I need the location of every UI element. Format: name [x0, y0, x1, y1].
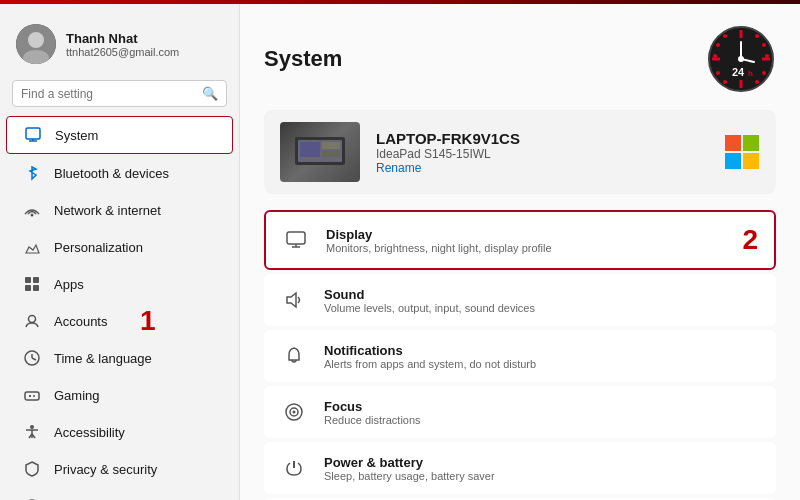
sidebar-item-personalization[interactable]: Personalization: [6, 229, 233, 265]
power-settings-icon: [280, 454, 308, 482]
main-content: System: [240, 4, 800, 500]
svg-rect-8: [33, 277, 39, 283]
device-card: LAPTOP-FRK9V1CS IdeaPad S145-15IWL Renam…: [264, 110, 776, 194]
sidebar-item-update[interactable]: Windows Update: [6, 488, 233, 500]
device-model: IdeaPad S145-15IWL: [376, 147, 520, 161]
svg-marker-58: [287, 293, 296, 307]
svg-point-33: [765, 54, 769, 58]
settings-item-sound[interactable]: Sound Volume levels, output, input, soun…: [264, 274, 776, 326]
settings-item-focus[interactable]: Focus Reduce distractions: [264, 386, 776, 438]
sidebar-item-apps[interactable]: Apps: [6, 266, 233, 302]
sidebar-item-label: Apps: [54, 277, 84, 292]
svg-point-11: [29, 316, 36, 323]
personalization-icon: [22, 237, 42, 257]
settings-item-title-sound: Sound: [324, 287, 760, 302]
settings-item-desc-focus: Reduce distractions: [324, 414, 760, 426]
svg-text:h: h: [748, 69, 753, 78]
svg-point-34: [723, 34, 727, 38]
sidebar-item-label: Time & language: [54, 351, 152, 366]
sidebar-item-time[interactable]: Time & language: [6, 340, 233, 376]
search-input[interactable]: [21, 87, 196, 101]
svg-line-14: [32, 358, 36, 360]
settings-item-desc-sound: Volume levels, output, input, sound devi…: [324, 302, 760, 314]
sound-settings-icon: [280, 286, 308, 314]
svg-point-32: [762, 43, 766, 47]
time-icon: [22, 348, 42, 368]
main-container: Thanh Nhat ttnhat2605@gmail.com 🔍 System…: [0, 4, 800, 500]
user-info: Thanh Nhat ttnhat2605@gmail.com: [66, 31, 179, 58]
sidebar-item-label: Privacy & security: [54, 462, 157, 477]
svg-point-31: [755, 34, 759, 38]
sidebar-item-label: Personalization: [54, 240, 143, 255]
settings-item-title-focus: Focus: [324, 399, 760, 414]
settings-item-title-display: Display: [326, 227, 718, 242]
settings-item-title-power: Power & battery: [324, 455, 760, 470]
device-thumbnail-inner: [280, 122, 360, 182]
device-thumbnail: [280, 122, 360, 182]
user-profile[interactable]: Thanh Nhat ttnhat2605@gmail.com: [0, 16, 239, 80]
clock-widget: 24 h: [706, 24, 776, 94]
gaming-icon: [22, 385, 42, 405]
focus-settings-icon: [280, 398, 308, 426]
sidebar-item-privacy[interactable]: Privacy & security: [6, 451, 233, 487]
device-info: LAPTOP-FRK9V1CS IdeaPad S145-15IWL Renam…: [376, 130, 520, 175]
search-box[interactable]: 🔍: [12, 80, 227, 107]
svg-point-37: [755, 80, 759, 84]
settings-item-display[interactable]: Display Monitors, brightness, night ligh…: [264, 210, 776, 270]
user-email: ttnhat2605@gmail.com: [66, 46, 179, 58]
settings-item-text-notifications: Notifications Alerts from apps and syste…: [324, 343, 760, 370]
sidebar-item-label: Network & internet: [54, 203, 161, 218]
annotation-2: 2: [742, 224, 758, 256]
sidebar-item-gaming[interactable]: Gaming: [6, 377, 233, 413]
svg-point-36: [713, 54, 717, 58]
svg-rect-10: [33, 285, 39, 291]
notifications-settings-icon: [280, 342, 308, 370]
svg-point-39: [723, 80, 727, 84]
svg-rect-49: [322, 142, 340, 149]
svg-rect-51: [725, 135, 741, 151]
search-icon: 🔍: [202, 86, 218, 101]
user-name: Thanh Nhat: [66, 31, 179, 46]
svg-point-19: [30, 425, 34, 429]
svg-point-6: [31, 214, 34, 217]
accessibility-icon: [22, 422, 42, 442]
svg-rect-48: [300, 142, 320, 157]
page-title: System: [264, 46, 342, 72]
sidebar-item-label: Bluetooth & devices: [54, 166, 169, 181]
svg-rect-7: [25, 277, 31, 283]
settings-item-notifications[interactable]: Notifications Alerts from apps and syste…: [264, 330, 776, 382]
settings-item-title-notifications: Notifications: [324, 343, 760, 358]
settings-item-desc-display: Monitors, brightness, night light, displ…: [326, 242, 718, 254]
sidebar-item-network[interactable]: Network & internet: [6, 192, 233, 228]
apps-icon: [22, 274, 42, 294]
device-name: LAPTOP-FRK9V1CS: [376, 130, 520, 147]
svg-rect-9: [25, 285, 31, 291]
sidebar-item-accessibility[interactable]: Accessibility: [6, 414, 233, 450]
svg-rect-50: [322, 151, 340, 157]
avatar: [16, 24, 56, 64]
accounts-icon: [22, 311, 42, 331]
settings-item-text-focus: Focus Reduce distractions: [324, 399, 760, 426]
svg-rect-55: [287, 232, 305, 244]
sidebar-item-system[interactable]: System: [6, 116, 233, 154]
svg-point-38: [762, 71, 766, 75]
annotation-1: 1: [140, 305, 239, 337]
svg-rect-53: [725, 153, 741, 169]
privacy-icon: [22, 459, 42, 479]
sidebar-item-bluetooth[interactable]: Bluetooth & devices: [6, 155, 233, 191]
svg-rect-15: [25, 392, 39, 400]
settings-item-power[interactable]: Power & battery Sleep, battery usage, ba…: [264, 442, 776, 494]
device-rename[interactable]: Rename: [376, 161, 520, 175]
svg-text:24: 24: [732, 66, 745, 78]
update-icon: [22, 496, 42, 500]
svg-rect-52: [743, 135, 759, 151]
bluetooth-icon: [22, 163, 42, 183]
svg-point-61: [293, 411, 296, 414]
sidebar: Thanh Nhat ttnhat2605@gmail.com 🔍 System…: [0, 4, 240, 500]
svg-point-18: [33, 395, 35, 397]
settings-item-desc-notifications: Alerts from apps and system, do not dist…: [324, 358, 760, 370]
settings-item-text-power: Power & battery Sleep, battery usage, ba…: [324, 455, 760, 482]
settings-item-desc-power: Sleep, battery usage, battery saver: [324, 470, 760, 482]
windows-logo: [724, 134, 760, 170]
settings-item-text-display: Display Monitors, brightness, night ligh…: [326, 227, 718, 254]
